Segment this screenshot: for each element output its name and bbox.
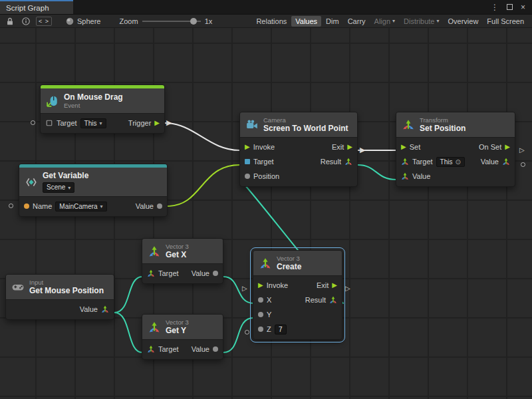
position-port[interactable]: [245, 174, 250, 179]
relations-button[interactable]: Relations: [252, 16, 291, 27]
value-port-label: Value: [192, 269, 209, 277]
port-row: ▶ Invoke Exit ▶: [253, 278, 342, 293]
lock-icon[interactable]: [4, 16, 16, 27]
node-vector3-get-y[interactable]: Vector 3 Get Y Target Value: [142, 314, 223, 360]
info-icon[interactable]: [20, 16, 32, 27]
node-header: Transform Set Position: [396, 112, 515, 138]
target-this-chip[interactable]: This ⊙: [436, 157, 465, 167]
x-port-label: X: [267, 296, 271, 304]
set-position-value-out-port[interactable]: [521, 162, 525, 167]
port-row: Y: [253, 307, 342, 322]
node-title: Set Position: [420, 124, 466, 133]
wire-getx-to-create-x[interactable]: [223, 277, 253, 303]
maximize-icon[interactable]: [507, 4, 513, 10]
wire-result-to-setposition-value[interactable]: [358, 165, 396, 180]
node-screen-to-world-point[interactable]: Camera Screen To World Point ▶ Invoke Ex…: [239, 112, 358, 187]
wire-variable-to-camera-target[interactable]: [168, 165, 239, 206]
distribute-button[interactable]: Distribute ▾: [400, 16, 443, 27]
on-set-flow-port[interactable]: ▷: [519, 147, 525, 154]
button-label: Relations: [256, 17, 287, 25]
variable-name-dropdown[interactable]: MainCamera ▾: [55, 201, 106, 211]
code-icon[interactable]: < >: [36, 17, 52, 26]
caret-icon: ▾: [100, 203, 103, 209]
node-caption: Vector 3: [277, 255, 301, 262]
vector3-port-icon[interactable]: [329, 296, 337, 304]
tab-script-graph[interactable]: Script Graph: [0, 0, 73, 14]
node-get-mouse-position[interactable]: Input Get Mouse Position Value: [5, 274, 114, 320]
carry-button[interactable]: Carry: [344, 16, 370, 27]
node-title: Get Variable: [43, 171, 88, 180]
node-get-variable[interactable]: Get Variable Scene ▾ Name MainCamera ▾: [19, 164, 168, 217]
create-exit-flow-port[interactable]: ▷: [345, 285, 350, 292]
wire-trigger-to-invoke[interactable]: [165, 123, 239, 150]
exit-flow-port[interactable]: ▶: [332, 282, 337, 289]
graph-canvas[interactable]: ▶ ▶ ▷ ▷ ▷ On Mouse Drag Event Target: [0, 0, 532, 399]
y-port[interactable]: [258, 312, 263, 317]
gameobject-icon: [45, 119, 53, 127]
port-row: Target Value: [142, 266, 223, 281]
value-port[interactable]: [213, 346, 218, 352]
mouse-drag-target-port[interactable]: [31, 120, 35, 125]
kebab-menu-icon[interactable]: ⋮: [491, 3, 499, 12]
target-port-label: Target: [412, 158, 433, 166]
close-icon[interactable]: ×: [521, 3, 525, 12]
align-button[interactable]: Align ▾: [370, 16, 399, 27]
name-port[interactable]: [24, 203, 29, 209]
vector3-port-icon[interactable]: [344, 158, 352, 166]
dim-button[interactable]: Dim: [322, 16, 343, 27]
value-port[interactable]: [157, 203, 162, 209]
vector3-port-icon[interactable]: [147, 269, 155, 277]
position-port-label: Position: [253, 172, 279, 180]
create-invoke-flow-port[interactable]: ▷: [242, 285, 247, 292]
target-port-label: Target: [57, 119, 77, 127]
zoom-slider-handle[interactable]: [190, 18, 197, 25]
invoke-flow-port[interactable]: ▶: [258, 282, 263, 289]
target-this-chip[interactable]: This ▾: [80, 118, 106, 128]
full-screen-button[interactable]: Full Screen: [483, 16, 528, 27]
node-on-mouse-drag[interactable]: On Mouse Drag Event Target This ▾ Trigge…: [40, 84, 165, 134]
variable-name-port[interactable]: [9, 203, 13, 208]
vector3-port-icon[interactable]: [101, 305, 109, 313]
zoom-slider[interactable]: [142, 17, 201, 25]
button-label: Distribute: [404, 17, 434, 25]
set-flow-port[interactable]: ▶: [401, 144, 406, 150]
invoke-flow-port[interactable]: ▶: [245, 144, 250, 150]
trigger-flow-port[interactable]: ▶: [154, 120, 160, 126]
on-set-flow-port[interactable]: ▶: [505, 144, 510, 150]
exit-flow-port[interactable]: ▶: [347, 144, 352, 150]
value-port[interactable]: [213, 271, 218, 276]
exit-port-label: Exit: [332, 143, 344, 151]
vector3-port-icon[interactable]: [502, 158, 510, 166]
vector3-icon: [148, 245, 160, 257]
port-row: Target This ▾ Trigger ▶: [41, 116, 164, 130]
zoom-label: Zoom: [120, 17, 138, 25]
trigger-port-label: Trigger: [128, 119, 151, 127]
z-port[interactable]: [258, 327, 263, 332]
wire-mouseposition-to-getx[interactable]: [114, 277, 142, 313]
invoke-port-label: Invoke: [267, 281, 288, 289]
x-port[interactable]: [258, 297, 263, 303]
vector3-port-icon[interactable]: [401, 172, 409, 180]
value-out-port-label: Value: [481, 158, 499, 166]
node-set-position[interactable]: Transform Set Position ▶ Set On Set ▶ Ta…: [396, 112, 515, 187]
port-row: Value: [6, 302, 114, 317]
camera-icon: [246, 119, 258, 131]
z-value-field[interactable]: [275, 325, 287, 334]
variable-scope-dropdown[interactable]: Scene ▾: [43, 182, 74, 193]
values-button[interactable]: Values: [291, 16, 321, 27]
title-bar: Script Graph ⋮ ×: [0, 0, 532, 15]
graph-object-chip[interactable]: Sphere: [65, 17, 100, 26]
node-vector3-get-x[interactable]: Vector 3 Get X Target Value: [142, 238, 223, 284]
wire-gety-to-create-y[interactable]: [223, 318, 253, 352]
create-z-port[interactable]: [245, 330, 249, 334]
node-title: Create: [277, 262, 301, 271]
transform-port-icon[interactable]: [401, 158, 409, 166]
port-row: ▶ Set On Set ▶: [396, 140, 515, 154]
node-vector3-create[interactable]: Vector 3 Create ▶ Invoke Exit ▶ X Result: [253, 250, 342, 340]
port-row: Target This ⊙ Value: [396, 154, 515, 169]
wire-mouseposition-to-gety[interactable]: [114, 313, 142, 352]
overview-button[interactable]: Overview: [444, 16, 483, 27]
z-port-label: Z: [267, 325, 271, 333]
vector3-port-icon[interactable]: [147, 345, 155, 353]
camera-target-port[interactable]: [245, 159, 250, 164]
